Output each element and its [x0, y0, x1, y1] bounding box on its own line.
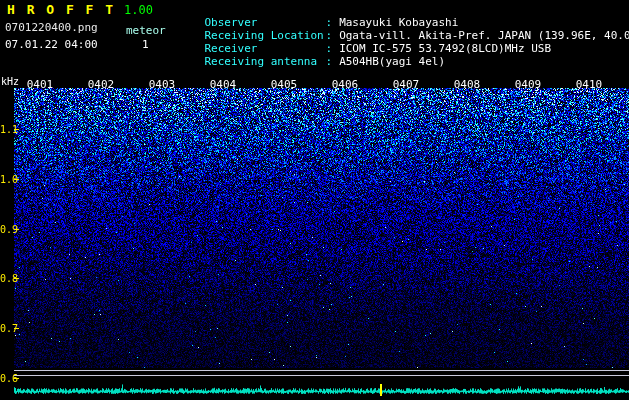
separator-line	[14, 370, 629, 371]
meteor-counter-label: meteor	[126, 24, 166, 37]
info-value-antenna: A504HB(yagi 4el)	[339, 55, 445, 68]
spectrogram-canvas	[14, 88, 629, 368]
freq-tick	[14, 278, 19, 279]
time-label-5: 0406	[330, 78, 360, 91]
time-label-4: 0405	[269, 78, 299, 91]
time-label-2: 0403	[147, 78, 177, 91]
time-label-9: 0410	[574, 78, 604, 91]
info-row-antenna: Receiving antenna:A504HB(yagi 4el)	[178, 42, 445, 81]
app-title: H R O F F T	[7, 2, 115, 17]
observation-datetime: 07.01.22 04:00	[5, 38, 98, 51]
time-label-8: 0409	[513, 78, 543, 91]
freq-tick	[14, 378, 19, 379]
time-label-6: 0407	[391, 78, 421, 91]
signal-level-trace-canvas	[14, 380, 629, 399]
time-label-7: 0408	[452, 78, 482, 91]
freq-tick	[14, 328, 19, 329]
time-label-3: 0404	[208, 78, 238, 91]
output-filename: 0701220400.png	[5, 21, 98, 34]
info-colon: :	[326, 55, 340, 68]
time-label-1: 0402	[86, 78, 116, 91]
info-label-antenna: Receiving antenna	[205, 55, 326, 68]
meteor-counter-value: 1	[142, 38, 149, 51]
freq-tick	[14, 129, 19, 130]
time-label-0: 0401	[25, 78, 55, 91]
hrofft-window: H R O F F T 1.00 0701220400.png meteor 1…	[0, 0, 629, 400]
freq-tick	[14, 229, 19, 230]
freq-tick	[14, 179, 19, 180]
separator-line	[14, 375, 629, 376]
app-version: 1.00	[124, 3, 153, 17]
freq-axis-unit: kHz	[1, 76, 19, 87]
